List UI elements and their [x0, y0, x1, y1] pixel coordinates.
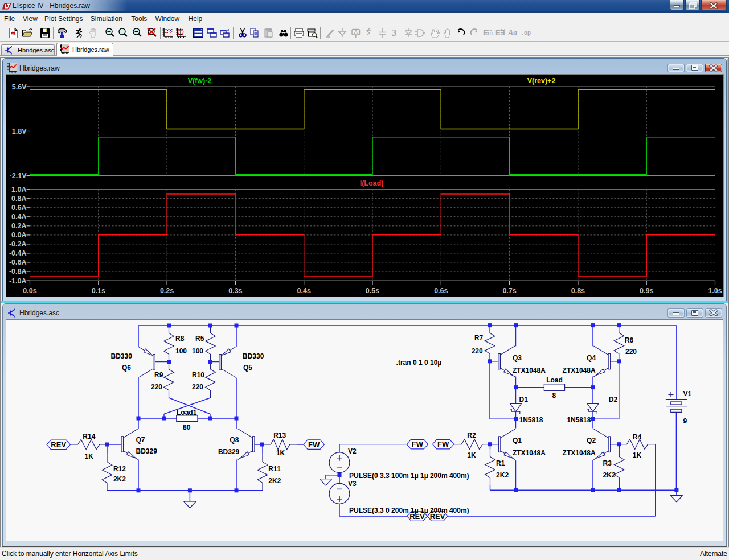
svg-text:BD329: BD329	[218, 448, 240, 456]
svg-text:PULSE(0 3.3 100m 1µ 1µ 200m 40: PULSE(0 3.3 100m 1µ 1µ 200m 400m)	[349, 472, 469, 480]
svg-text:BD330: BD330	[111, 352, 133, 360]
svg-text:R1: R1	[496, 459, 505, 467]
svg-text:FW: FW	[412, 440, 424, 448]
svg-text:D1: D1	[519, 396, 529, 403]
svg-text:0.4A: 0.4A	[11, 213, 26, 221]
svg-text:Q7: Q7	[136, 436, 145, 444]
svg-text:D2: D2	[609, 396, 618, 403]
svg-text:Q2: Q2	[587, 437, 596, 444]
svg-text:-0.2A: -0.2A	[9, 240, 26, 248]
svg-text:V(rev)+2: V(rev)+2	[527, 77, 555, 85]
svg-text:ZTX1048A: ZTX1048A	[563, 367, 596, 374]
svg-text:Q6: Q6	[122, 364, 131, 372]
svg-text:Aa: Aa	[507, 28, 517, 37]
svg-text:0.0s: 0.0s	[23, 287, 36, 295]
svg-text:-0.6A: -0.6A	[9, 258, 26, 266]
svg-text:1K: 1K	[85, 452, 94, 460]
svg-text:2K2: 2K2	[603, 471, 616, 479]
svg-text:R11: R11	[268, 465, 281, 473]
svg-text:Load: Load	[546, 376, 563, 384]
svg-text:2K2: 2K2	[268, 477, 281, 485]
svg-text:Q8: Q8	[230, 436, 239, 444]
svg-text:R14: R14	[83, 433, 95, 440]
svg-text:-0.4A: -0.4A	[9, 249, 26, 257]
svg-text:100: 100	[175, 347, 187, 355]
svg-text:.op: .op	[521, 30, 531, 36]
svg-text:0.2A: 0.2A	[11, 222, 26, 230]
svg-text:R6: R6	[625, 336, 634, 344]
svg-text:0.6A: 0.6A	[11, 204, 26, 212]
svg-text:0.1s: 0.1s	[91, 287, 105, 295]
svg-text:0.6s: 0.6s	[434, 287, 448, 295]
svg-text:1N5818: 1N5818	[519, 416, 543, 424]
svg-text:0.8A: 0.8A	[11, 195, 26, 203]
svg-text:0.3s: 0.3s	[228, 287, 242, 295]
svg-text:0.0A: 0.0A	[11, 231, 26, 239]
svg-text:V(fw)-2: V(fw)-2	[187, 77, 211, 85]
svg-text:m: m	[488, 30, 493, 36]
svg-text:R3: R3	[603, 459, 612, 467]
svg-text:220: 220	[625, 348, 637, 356]
svg-text:FW: FW	[437, 440, 449, 448]
svg-text:A: A	[354, 29, 358, 35]
svg-text:ZTX1048A: ZTX1048A	[563, 449, 596, 457]
svg-text:1K: 1K	[467, 451, 476, 459]
svg-text:1.8V: 1.8V	[11, 127, 26, 135]
svg-text:R9: R9	[154, 371, 163, 379]
svg-text:1N5818: 1N5818	[567, 416, 591, 424]
svg-text:R13: R13	[273, 431, 286, 439]
svg-text:R8: R8	[175, 335, 185, 343]
svg-text:-0.8A: -0.8A	[9, 267, 26, 275]
svg-text:.tran 0 1 0 10µ: .tran 0 1 0 10µ	[396, 359, 442, 367]
svg-text:220: 220	[151, 383, 162, 391]
svg-text:5.6V: 5.6V	[11, 83, 26, 91]
svg-text:REV: REV	[51, 440, 66, 449]
svg-text:R5: R5	[195, 335, 204, 343]
svg-text:2K2: 2K2	[113, 475, 126, 483]
svg-text:0.7s: 0.7s	[502, 287, 516, 295]
svg-text:220: 220	[472, 347, 483, 355]
svg-text:3: 3	[392, 27, 397, 38]
svg-text:ZTX1048A: ZTX1048A	[513, 367, 546, 374]
svg-text:BD330: BD330	[243, 352, 264, 360]
svg-text:80: 80	[183, 423, 191, 431]
svg-text:2K2: 2K2	[496, 471, 509, 479]
svg-text:FW: FW	[308, 440, 320, 449]
svg-text:1.0s: 1.0s	[708, 287, 722, 295]
svg-text:PULSE(3.3 0 200m 1µ 1µ 200m 40: PULSE(3.3 0 200m 1µ 1µ 200m 400m)	[349, 507, 469, 514]
svg-text:V1: V1	[683, 390, 692, 398]
svg-text:-1.0A: -1.0A	[9, 277, 26, 285]
svg-text:1.0A: 1.0A	[11, 186, 26, 193]
svg-text:BD329: BD329	[136, 447, 158, 455]
svg-text:0.9s: 0.9s	[640, 287, 653, 295]
svg-text:100: 100	[192, 347, 203, 355]
svg-text:Q3: Q3	[513, 354, 522, 362]
svg-text:R12: R12	[113, 465, 126, 473]
svg-text:V3: V3	[348, 480, 357, 488]
svg-text:1K: 1K	[276, 449, 285, 457]
svg-text:R7: R7	[474, 334, 484, 342]
svg-text:Q5: Q5	[243, 364, 252, 372]
svg-text:220: 220	[192, 383, 203, 391]
svg-text:9: 9	[683, 417, 687, 425]
svg-text:ZTX1048A: ZTX1048A	[513, 449, 546, 457]
svg-text:-2.1V: -2.1V	[9, 172, 27, 180]
svg-text:Q4: Q4	[587, 354, 596, 362]
svg-text:R2: R2	[467, 431, 476, 439]
svg-text:0.2s: 0.2s	[159, 287, 173, 295]
svg-text:I(Load): I(Load)	[359, 179, 383, 187]
svg-text:1K: 1K	[633, 451, 642, 459]
svg-text:8: 8	[552, 392, 556, 400]
svg-text:R4: R4	[633, 433, 642, 441]
svg-text:R10: R10	[192, 371, 204, 379]
svg-text:Q1: Q1	[513, 437, 522, 444]
svg-text:V2: V2	[348, 447, 357, 455]
svg-text:Load1: Load1	[177, 409, 197, 417]
svg-text:0.4s: 0.4s	[297, 287, 310, 295]
svg-text:0.8s: 0.8s	[571, 287, 584, 295]
svg-text:0.5s: 0.5s	[365, 287, 379, 295]
